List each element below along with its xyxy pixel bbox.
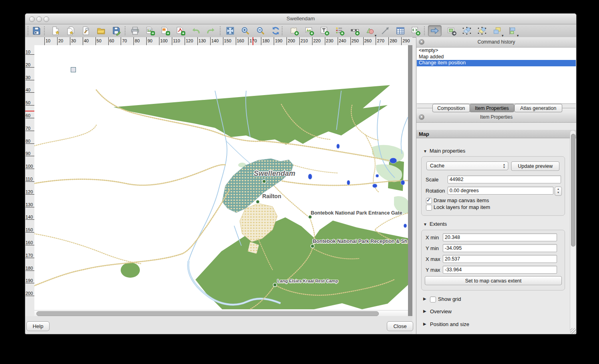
add-new-map-button[interactable] [288,25,300,36]
ruler-tick [325,37,325,45]
ruler-tick [26,245,34,245]
print-button[interactable] [129,25,141,36]
canvas-horizontal-scrollbar[interactable] [34,310,408,316]
extents-label: Extents [430,221,447,227]
add-image-button[interactable] [303,25,315,36]
lock-layers-label: Lock layers for map item [434,204,490,210]
export-image-button[interactable] [144,25,156,36]
map-place-label: Bontebok National Park Entrance Gate [310,210,402,216]
ruler-tick [121,37,121,45]
ruler-tick-label: 120 [186,38,193,43]
refresh-view-button[interactable] [270,25,282,36]
ruler-tick [44,37,45,45]
lock-layers-checkbox[interactable] [426,205,432,211]
set-to-map-canvas-extent-button[interactable]: Set to map canvas extent [425,276,562,285]
canvas-horizontal-scrollbar-thumb[interactable] [36,311,379,316]
toolbar-separator [220,26,221,35]
tab-composition[interactable]: Composition [432,104,470,112]
open-folder-button[interactable] [95,25,107,36]
scale-input[interactable] [448,175,561,183]
save-as-button[interactable] [110,25,122,36]
rotation-input[interactable] [448,187,553,195]
ruler-tick-label: 70 [26,126,34,131]
extents-disclosure[interactable]: ▼ [423,222,427,227]
align-selected-items-button[interactable]: ▾ [506,25,518,36]
overview-disclosure[interactable]: ▶ [423,309,426,313]
toolbar-separator [282,26,283,35]
extent-y-min-input[interactable] [443,244,557,252]
add-basic-shape-button[interactable]: ▾ [364,25,376,36]
extent-field-label: Y max [426,267,440,273]
raise-selected-items-button[interactable]: ▾ [491,25,503,36]
ruler-tick-label: 230 [326,38,333,43]
ruler-tick [26,219,34,220]
add-arrow-button[interactable] [379,25,391,36]
ruler-tick-label: 190 [275,38,282,43]
add-scalebar-button[interactable] [349,25,361,36]
add-label-button[interactable] [318,25,330,36]
group-items-button[interactable] [461,25,473,36]
ruler-tick-label: 60 [26,113,34,118]
composition-manager-button[interactable] [80,25,92,36]
zoom-full-button[interactable] [224,25,236,36]
ruler-corner [25,37,35,46]
export-svg-button[interactable] [159,25,171,36]
ruler-tick-label: 80 [135,38,139,43]
command-history-item[interactable]: Change item position [417,60,576,66]
tab-item-properties[interactable]: Item Properties [470,104,514,112]
ruler-tick-label: 90 [26,151,34,156]
command-history-item[interactable]: <empty> [417,48,576,54]
command-history-item[interactable]: Map added [417,54,576,60]
ruler-tick [197,37,198,45]
paper[interactable]: SwellendamRailtonBontebok National Park … [34,45,408,310]
add-attribute-table-button[interactable] [394,25,406,36]
ruler-tick-label: 210 [300,38,308,43]
show-grid-disclosure[interactable]: ▶ [423,296,426,301]
ruler-tick [312,37,312,45]
update-preview-button[interactable]: Update preview [511,161,559,171]
resize-grip-icon[interactable] [570,328,576,334]
new-composition-button[interactable] [50,25,62,36]
ruler-tick-label: 100 [160,38,167,43]
position-and-size-disclosure[interactable]: ▶ [423,322,426,326]
ruler-tick [338,37,338,45]
ruler-tick-label: 180 [26,266,34,271]
extent-y-max-input[interactable] [443,266,557,274]
ruler-tick [70,37,70,45]
command-history-list[interactable]: <empty>Map addedChange item position [417,48,576,104]
extent-x-max-input[interactable] [443,255,557,263]
close-button[interactable]: Close [387,321,413,331]
help-button[interactable]: Help [26,321,50,331]
export-pdf-button[interactable] [175,25,187,36]
add-legend-button[interactable] [334,25,346,36]
select-move-item-button[interactable] [428,25,442,36]
zoom-in-button[interactable] [239,25,251,36]
panel-scrollbar[interactable] [570,131,575,332]
position-and-size-label: Position and size [430,321,469,327]
composer-label-item[interactable] [71,67,76,72]
save-button[interactable] [30,25,42,36]
extent-x-min-input[interactable] [443,233,557,241]
duplicate-composition-button[interactable] [65,25,77,36]
title-bar: Swellendam [25,14,576,24]
ruler-tick-label: 80 [26,139,34,143]
composition-canvas[interactable]: SwellendamRailtonBontebok National Park … [34,45,412,316]
tab-atlas-generation[interactable]: Atlas generation [514,104,562,112]
show-grid-checkbox[interactable] [430,296,436,302]
zoom-out-button[interactable] [255,25,267,36]
draw-map-canvas-items-checkbox[interactable] [426,198,432,204]
ungroup-items-button[interactable] [476,25,488,36]
ruler-tick-label: 170 [26,253,34,258]
ruler-tick [26,258,34,258]
ruler-tick [287,37,287,45]
move-item-content-button[interactable] [446,25,458,36]
rotation-spinner[interactable]: ▲▼ [555,187,562,196]
panel-scrollbar-thumb[interactable] [571,134,575,247]
preview-mode-select[interactable]: Cache ▲▼ [426,161,508,170]
redo-button[interactable] [205,25,217,36]
ruler-tick [350,37,351,45]
undo-button[interactable] [190,25,202,36]
ruler-tick [363,37,364,45]
add-html-frame-button[interactable] [410,25,422,36]
main-properties-disclosure[interactable]: ▼ [423,149,427,153]
